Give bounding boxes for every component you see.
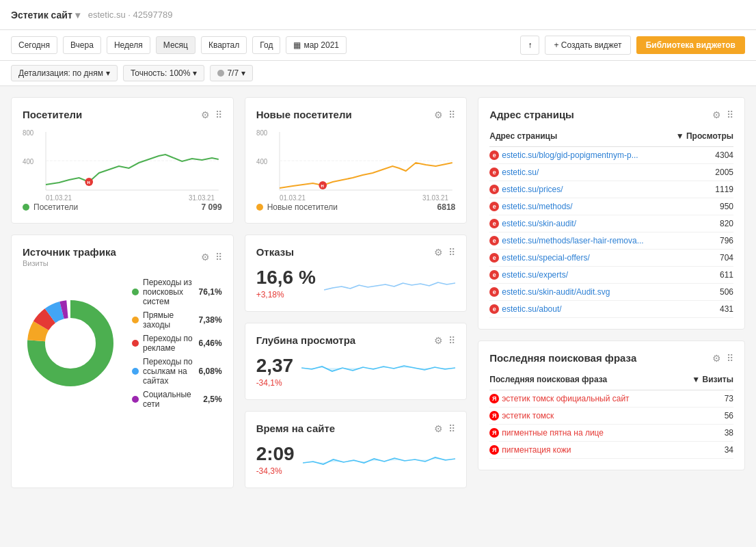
grid-icon[interactable]: ⠿ [727, 109, 733, 120]
period-month[interactable]: Месяц [156, 36, 195, 54]
legend-row: Прямые заходы 7,38% [132, 308, 222, 332]
address-link[interactable]: e estetic.su/prices/ [489, 185, 667, 194]
gear-icon[interactable]: ⚙ [434, 423, 443, 434]
bounce-value: 16,6 % [256, 267, 316, 289]
time-sparkline [303, 442, 456, 477]
accuracy-filter[interactable]: Точность: 100% ▾ [123, 65, 204, 81]
page-address-table: Адрес страницы ▼ Просмотры e estetic.su/… [489, 129, 733, 318]
grid-icon[interactable]: ⠿ [448, 423, 455, 434]
metrics-column: Отказы ⚙ ⠿ 16,6 % +3,18% Глубина просмот… [245, 235, 468, 488]
traffic-chart-container: Переходы из поисковых систем 76,1% Прямы… [23, 276, 222, 411]
views-cell: 2005 [667, 164, 733, 181]
grid-icon[interactable]: ⠿ [215, 109, 222, 120]
views-cell: 820 [667, 215, 733, 232]
gear-icon[interactable]: ⚙ [712, 353, 721, 364]
library-button[interactable]: Библиотека виджетов [636, 36, 745, 54]
address-link[interactable]: e estetic.su/ [489, 168, 667, 177]
address-link[interactable]: e estetic.su/methods/ [489, 202, 667, 211]
address-link[interactable]: e estetic.su/blog/gid-popigmentnym-p... [489, 150, 667, 160]
legend-label: Переходы из поисковых систем [143, 278, 193, 306]
header: Эстетик сайт ▾ estetic.su · 42597789 [0, 0, 756, 30]
svg-text:800: 800 [256, 129, 268, 137]
grid-icon[interactable]: ⠿ [448, 247, 455, 258]
period-year[interactable]: Год [252, 36, 280, 54]
svg-text:н: н [87, 179, 90, 185]
visits-cell: 34 [677, 442, 733, 459]
visitors-header: Посетители ⚙ ⠿ [23, 109, 222, 120]
views-cell: 4304 [667, 147, 733, 164]
phrase-link[interactable]: Я эстетик томск [489, 411, 677, 421]
e-icon: e [489, 185, 499, 194]
legend-label: Социальные сети [143, 390, 198, 409]
filterbar: Детализация: по дням ▾ Точность: 100% ▾ … [0, 61, 756, 86]
phrase-link[interactable]: Я эстетик томск официальный сайт [489, 394, 677, 403]
address-link[interactable]: e estetic.su/methods/laser-hair-remova..… [489, 236, 667, 245]
views-cell: 1119 [667, 181, 733, 198]
segments-filter[interactable]: 7/7 ▾ [210, 65, 253, 81]
svg-text:400: 400 [256, 158, 268, 165]
e-icon: e [489, 150, 499, 160]
svg-text:800: 800 [23, 129, 34, 137]
address-cell: e estetic.su/skin-audit/Audit.svg [489, 284, 667, 301]
svg-text:01.03.21: 01.03.21 [46, 194, 72, 202]
gear-icon[interactable]: ⚙ [434, 109, 443, 120]
yandex-icon: Я [489, 428, 499, 438]
traffic-legend: Переходы из поисковых систем 76,1% Прямы… [132, 276, 222, 411]
phrase-cell: Я эстетик томск официальный сайт [489, 390, 677, 408]
gear-icon[interactable]: ⚙ [201, 109, 210, 120]
bounce-header: Отказы ⚙ ⠿ [256, 246, 456, 258]
export-button[interactable]: ↑ [520, 36, 539, 55]
calendar-button[interactable]: ▦ мар 2021 [286, 36, 347, 54]
views-cell: 431 [667, 301, 733, 318]
address-cell: e estetic.su/ [489, 164, 667, 181]
site-name[interactable]: Эстетик сайт ▾ [11, 10, 80, 21]
period-week[interactable]: Неделя [107, 36, 150, 54]
period-quarter[interactable]: Квартал [201, 36, 247, 54]
svg-text:400: 400 [23, 158, 34, 165]
time-title: Время на сайте [256, 423, 336, 434]
address-link[interactable]: e estetic.su/skin-audit/Audit.svg [489, 287, 667, 297]
address-link[interactable]: e estetic.su/about/ [489, 304, 667, 314]
visits-cell: 73 [677, 390, 733, 408]
e-icon: e [489, 253, 499, 263]
traffic-source-actions: ⚙ ⠿ [201, 252, 222, 263]
legend-color-dot [132, 396, 139, 403]
new-visitors-header: Новые посетители ⚙ ⠿ [256, 109, 456, 120]
gear-icon[interactable]: ⚙ [434, 335, 443, 346]
traffic-source-title: Источник трафика [23, 246, 116, 258]
grid-icon[interactable]: ⠿ [727, 353, 733, 364]
table-row: e estetic.su/skin-audit/ 820 [489, 215, 733, 232]
svg-point-23 [47, 320, 94, 366]
address-link[interactable]: e estetic.su/skin-audit/ [489, 219, 667, 228]
detail-filter[interactable]: Детализация: по дням ▾ [11, 65, 118, 81]
gear-icon[interactable]: ⚙ [434, 247, 443, 258]
period-yesterday[interactable]: Вчера [63, 36, 101, 54]
phrase-link[interactable]: Я пигментация кожи [489, 445, 677, 455]
create-widget-button[interactable]: + Создать виджет [545, 36, 630, 55]
address-link[interactable]: e estetic.su/experts/ [489, 270, 667, 280]
visitors-widget: Посетители ⚙ ⠿ 800 400 н 01.03.21 31.03.… [11, 97, 234, 224]
calendar-icon: ▦ [293, 40, 301, 50]
legend-value: 76,1% [199, 287, 222, 297]
search-phrases-widget: Последняя поисковая фраза ⚙ ⠿ Последняя … [478, 341, 745, 470]
toolbar-actions: ↑ + Создать виджет Библиотека виджетов [520, 36, 745, 55]
address-link[interactable]: e estetic.su/special-offers/ [489, 253, 667, 263]
phrase-link[interactable]: Я пигментные пятна на лице [489, 428, 677, 438]
search-phrases-title: Последняя поисковая фраза [489, 352, 636, 364]
table-row: e estetic.su/experts/ 611 [489, 267, 733, 284]
period-today[interactable]: Сегодня [11, 36, 57, 54]
grid-icon[interactable]: ⠿ [448, 335, 455, 346]
new-visitors-actions: ⚙ ⠿ [434, 109, 455, 120]
grid-icon[interactable]: ⠿ [448, 109, 455, 120]
time-change: -34,3% [256, 466, 295, 476]
e-icon: e [489, 168, 499, 177]
depth-sparkline [301, 354, 455, 388]
gear-icon[interactable]: ⚙ [712, 109, 721, 120]
new-visitors-title: Новые посетители [256, 109, 352, 120]
page-address-title: Адрес страницы [489, 109, 574, 120]
svg-text:31.03.21: 31.03.21 [189, 194, 215, 202]
grid-icon[interactable]: ⠿ [215, 252, 222, 263]
visitors-title: Посетители [23, 109, 82, 120]
svg-text:31.03.21: 31.03.21 [422, 194, 448, 202]
gear-icon[interactable]: ⚙ [201, 252, 210, 263]
